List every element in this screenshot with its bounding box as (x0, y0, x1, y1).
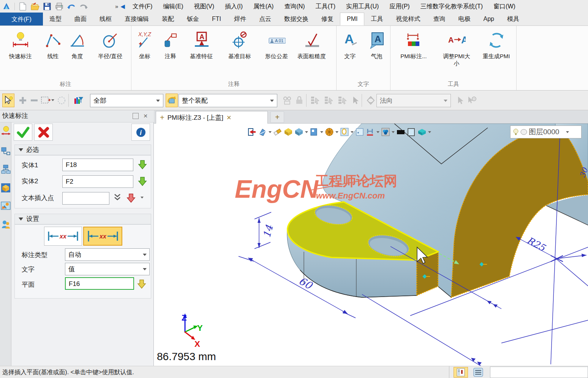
ribbon-tab-direct-edit[interactable]: 直接编辑 (118, 13, 155, 25)
menu-3d-teaching-system[interactable]: 三维数字化教学系统(T) (415, 0, 488, 13)
new-file-icon[interactable] (18, 2, 28, 11)
info-button[interactable]: i (131, 124, 150, 141)
ribbon-tab-surface[interactable]: 曲面 (68, 13, 93, 25)
dock-part-icon[interactable] (1, 183, 11, 194)
view-wheel-caret[interactable] (335, 131, 338, 133)
ribbon-tab-assembly[interactable]: 装配 (155, 13, 180, 25)
section-view-icon[interactable] (309, 127, 319, 137)
menu-tools[interactable]: 工具(T) (310, 0, 341, 13)
ribbon-tab-mold[interactable]: 模具 (501, 13, 526, 25)
black-swatch-icon[interactable] (396, 127, 406, 137)
menu-collapse-arrow[interactable]: ◀ (120, 3, 125, 10)
eraser-icon[interactable] (273, 127, 283, 137)
dim-type-combo[interactable]: 自动 (65, 248, 150, 261)
tool-radius-diameter[interactable]: 半径/直径 (89, 26, 131, 60)
open-file-icon[interactable] (30, 2, 40, 11)
save-icon[interactable] (42, 2, 52, 11)
ribbon-tab-electrode[interactable]: 电极 (452, 13, 477, 25)
new-tab-button[interactable]: + (270, 111, 284, 123)
toolbar-overflow-chevron[interactable]: » (115, 3, 118, 10)
shaded-view-icon[interactable] (417, 127, 427, 137)
tool-quick-dimension[interactable]: 快速标注 (0, 26, 41, 60)
ribbon-tab-fti[interactable]: FTI (205, 13, 228, 25)
ribbon-tab-visual-style[interactable]: 视觉样式 (389, 13, 427, 25)
tool-angle[interactable]: 角度 (65, 26, 90, 60)
tool-linear[interactable]: 线性 (41, 26, 65, 60)
filter-icon[interactable] (72, 94, 84, 107)
tool-annotation[interactable]: 注释 (158, 26, 183, 60)
pick-tool-icon[interactable] (2, 94, 14, 107)
ribbon-tab-sheetmetal[interactable]: 钣金 (180, 13, 205, 25)
tool-datum-feature[interactable]: A 基准特征 (183, 26, 220, 60)
window-select-caret[interactable] (51, 99, 54, 101)
filter-combo[interactable]: 全部 (90, 94, 163, 107)
dock-users-icon[interactable] (1, 219, 11, 230)
tool-feature-control-frame[interactable]: A 01 形位公差 (259, 26, 294, 60)
dock-quick-dimension-icon[interactable] (1, 125, 11, 137)
dim-style-baseline-button[interactable]: xx (83, 227, 122, 246)
ribbon-tab-inquire[interactable]: 查询 (427, 13, 452, 25)
ribbon-tab-wireframe[interactable]: 线框 (93, 13, 118, 25)
scope-combo[interactable]: 整个装配 (179, 94, 277, 107)
section-settings-header[interactable]: 设置 (14, 214, 151, 224)
ribbon-tab-data-exchange[interactable]: 数据交换 (278, 13, 315, 25)
shade-box-icon[interactable] (283, 127, 293, 137)
tab-close-icon[interactable]: ✕ (226, 114, 231, 121)
text-point-caret[interactable] (141, 197, 144, 199)
print-icon[interactable] (54, 2, 64, 11)
ribbon-tab-repair[interactable]: 修复 (315, 13, 340, 25)
view-wheel-icon[interactable] (324, 127, 334, 137)
layer-combo-caret[interactable] (566, 131, 569, 133)
window-select-icon[interactable] (40, 94, 52, 107)
layer-combo[interactable]: 图层0000 (510, 125, 582, 138)
text-point-pick-icon[interactable] (126, 193, 137, 203)
exit-icon[interactable] (247, 127, 257, 137)
tool-text[interactable]: A 文字 (337, 26, 364, 60)
plane-field[interactable]: F16 (65, 277, 134, 290)
tool-adjust-pmi-size[interactable]: AA 调整PMI大小 (437, 26, 477, 67)
render-mode-caret[interactable] (392, 131, 395, 133)
menu-view[interactable]: 视图(V) (189, 0, 220, 13)
render-mode-icon[interactable] (381, 127, 390, 137)
entity2-field[interactable]: F2 (62, 175, 133, 188)
section-required-header[interactable]: 必选 (14, 145, 151, 155)
ribbon-tab-weldment[interactable]: 焊件 (228, 13, 253, 25)
view-orient-caret[interactable] (269, 131, 272, 133)
menu-attributes[interactable]: 属性(A) (248, 0, 279, 13)
tab-menu-icon[interactable]: + (160, 113, 164, 122)
dim-style-caret[interactable] (376, 131, 379, 133)
ribbon-tab-pointcloud[interactable]: 点云 (253, 13, 278, 25)
ribbon-tab-file[interactable]: 文件(F) (0, 13, 43, 25)
ribbon-tab-app[interactable]: App (477, 13, 500, 25)
menu-insert[interactable]: 插入(I) (220, 0, 248, 13)
menu-edit[interactable]: 编辑(E) (158, 0, 188, 13)
dock-manager-icon[interactable] (1, 146, 11, 157)
menu-file[interactable]: 文件(F) (127, 0, 158, 13)
display-mode-caret[interactable] (305, 131, 308, 133)
window-icon[interactable] (355, 127, 365, 137)
menu-utilities[interactable]: 实用工具(U) (341, 0, 384, 13)
tool-pmi-annotation[interactable]: PMI标注... (390, 26, 437, 60)
menu-window[interactable]: 窗口(W) (488, 0, 521, 13)
entity2-pick-icon[interactable] (137, 176, 149, 186)
panel-float-button[interactable] (133, 113, 139, 119)
section-view-caret[interactable] (320, 131, 323, 133)
lasso-select-icon[interactable] (55, 94, 68, 107)
text-point-field[interactable] (62, 192, 109, 205)
entity1-pick-icon[interactable] (137, 159, 149, 169)
menu-inquire[interactable]: 查询(N) (279, 0, 310, 13)
command-input[interactable] (490, 367, 588, 378)
zoom-window-icon[interactable] (340, 127, 349, 137)
remove-selection-icon[interactable] (28, 94, 40, 107)
plane-pick-icon[interactable] (136, 279, 148, 289)
panel-close-button[interactable]: ✕ (142, 113, 149, 119)
ribbon-tab-pmi[interactable]: PMI (340, 13, 364, 25)
menu-applications[interactable]: 应用(P) (384, 0, 415, 13)
command-log-button[interactable] (471, 367, 485, 378)
undo-icon[interactable] (66, 2, 76, 11)
text-mode-combo[interactable]: 值 (65, 263, 150, 275)
ribbon-tab-tools[interactable]: 工具 (364, 13, 389, 25)
tool-regenerate-pmi[interactable]: 重生成PMI (476, 26, 516, 60)
shaded-view-caret[interactable] (428, 131, 431, 133)
white-swatch-icon[interactable] (406, 127, 416, 137)
